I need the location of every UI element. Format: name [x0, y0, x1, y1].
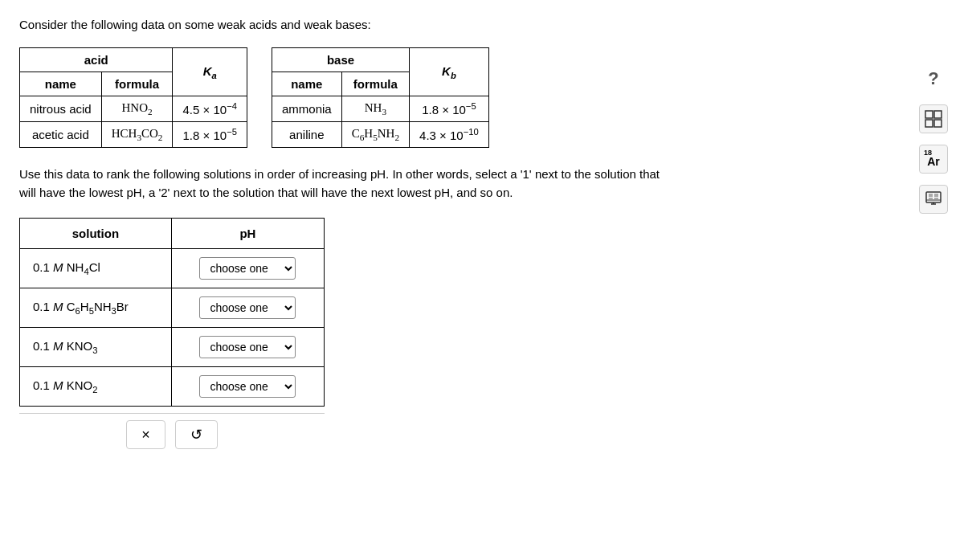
instructions-line1: Use this data to rank the following solu…: [19, 167, 660, 181]
base-kb-1: 1.8 × 10−5: [410, 96, 489, 122]
acid-ka-2: 1.8 × 10−5: [173, 122, 247, 148]
solution-table: solution pH 0.1 M NH4Cl choose one 1 2 3…: [19, 218, 325, 407]
acid-table: acid Ka name formula nitrous acid HNO2 4…: [19, 47, 247, 148]
base-formula-1: NH3: [341, 96, 409, 122]
base-name-2: aniline: [272, 122, 341, 148]
bottom-toolbar: × ↺: [19, 413, 325, 456]
solution-col-header: solution: [20, 219, 172, 249]
svg-rect-10: [929, 198, 933, 199]
base-kb-2: 4.3 × 10−10: [410, 122, 489, 148]
solution-row-kno3: 0.1 M KNO3 choose one 1 2 3 4: [20, 328, 325, 367]
ph-select-kno3[interactable]: choose one 1 2 3 4: [199, 336, 296, 358]
acid-col-formula: formula: [101, 72, 173, 96]
ph-cell-kno2: choose one 1 2 3 4: [171, 367, 324, 407]
data-tables-container: acid Ka name formula nitrous acid HNO2 4…: [19, 47, 945, 148]
svg-rect-4: [926, 192, 941, 202]
solution-label-c6: 0.1 M C6H5NH3Br: [20, 288, 172, 328]
acid-row-2: acetic acid HCH3CO2 1.8 × 10−5: [20, 122, 247, 148]
acid-ka-1: 4.5 × 10−4: [173, 96, 247, 122]
base-col-name: name: [272, 72, 341, 96]
svg-rect-11: [934, 198, 938, 199]
svg-rect-9: [934, 194, 938, 197]
ph-cell-nh4cl: choose one 1 2 3 4: [171, 249, 324, 288]
ar-symbol: Ar: [927, 155, 940, 168]
periodic-table-icon[interactable]: 18 Ar: [919, 145, 948, 174]
ph-cell-kno3: choose one 1 2 3 4: [171, 328, 324, 367]
base-table: base Kb name formula ammonia NH3 1.8 × 1…: [272, 47, 489, 148]
solution-label-nh4cl: 0.1 M NH4Cl: [20, 249, 172, 288]
svg-rect-3: [934, 120, 942, 127]
base-name-1: ammonia: [272, 96, 341, 122]
grid-icon[interactable]: [919, 104, 948, 133]
solution-row-nh4cl: 0.1 M NH4Cl choose one 1 2 3 4: [20, 249, 325, 288]
base-col-formula: formula: [341, 72, 409, 96]
right-sidebar: ? 18 Ar: [919, 64, 948, 214]
monitor-icon[interactable]: [919, 185, 948, 214]
acid-name-2: acetic acid: [20, 122, 102, 148]
acid-formula-1: HNO2: [101, 96, 173, 122]
intro-text: Consider the following data on some weak…: [19, 16, 945, 33]
solution-row-c6: 0.1 M C6H5NH3Br choose one 1 2 3 4: [20, 288, 325, 328]
base-row-1: ammonia NH3 1.8 × 10−5: [272, 96, 488, 122]
base-row-2: aniline C6H5NH2 4.3 × 10−10: [272, 122, 488, 148]
acid-section-header: acid: [20, 48, 173, 72]
svg-rect-8: [929, 194, 933, 197]
question-icon[interactable]: ?: [919, 64, 948, 93]
reset-button[interactable]: ↺: [175, 420, 218, 449]
base-formula-2: C6H5NH2: [341, 122, 409, 148]
ph-col-header: pH: [171, 219, 324, 249]
solution-label-kno3: 0.1 M KNO3: [20, 328, 172, 367]
close-button[interactable]: ×: [126, 420, 165, 449]
acid-formula-2: HCH3CO2: [101, 122, 173, 148]
ph-select-nh4cl[interactable]: choose one 1 2 3 4: [199, 257, 296, 280]
base-section-header: base: [272, 48, 409, 72]
svg-rect-2: [925, 120, 933, 127]
ph-select-kno2[interactable]: choose one 1 2 3 4: [199, 375, 296, 398]
ka-header: Ka: [173, 48, 247, 96]
solution-label-kno2: 0.1 M KNO2: [20, 367, 172, 407]
instructions: Use this data to rank the following solu…: [19, 166, 742, 202]
acid-col-name: name: [20, 72, 102, 96]
instructions-line2: will have the lowest pH, a '2' next to t…: [19, 186, 513, 199]
acid-row-1: nitrous acid HNO2 4.5 × 10−4: [20, 96, 247, 122]
ph-select-c6[interactable]: choose one 1 2 3 4: [199, 296, 296, 319]
ar-number: 18: [924, 149, 932, 157]
svg-rect-1: [934, 111, 942, 118]
ph-cell-c6: choose one 1 2 3 4: [171, 288, 324, 328]
kb-header: Kb: [410, 48, 489, 96]
acid-name-1: nitrous acid: [20, 96, 102, 122]
svg-rect-0: [925, 111, 933, 118]
solution-row-kno2: 0.1 M KNO2 choose one 1 2 3 4: [20, 367, 325, 407]
